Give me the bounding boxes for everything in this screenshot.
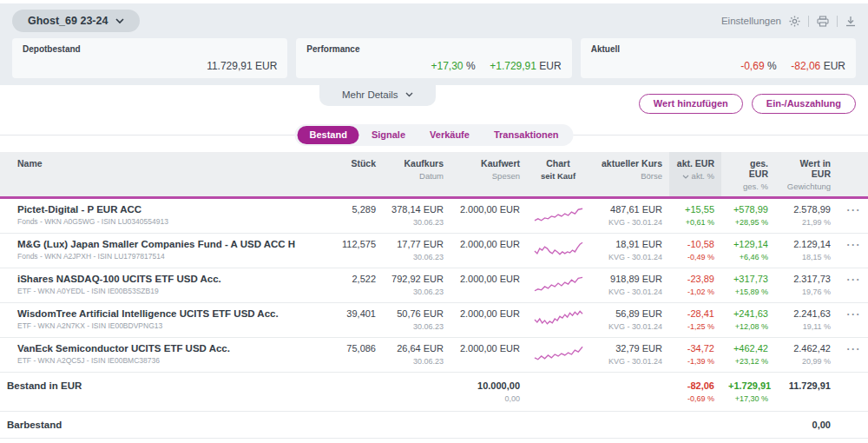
summary-wert-cell: 11.729,91: [775, 439, 838, 443]
aktueller-kurs-cell: 32,79 EURKVG - 30.01.24: [589, 338, 669, 373]
summary-wert-cell: 0,00: [775, 412, 838, 439]
portfolio-selector[interactable]: Ghost_69 23-24: [12, 10, 140, 32]
column-header-ges-eur[interactable]: ges. EURges. %: [721, 152, 775, 198]
row-menu-icon[interactable]: ···: [847, 239, 862, 251]
ges-eur-cell: +129,14+6,46 %: [721, 234, 775, 268]
aktueller-kurs-cell: 56,89 EURKVG - 30.01.24: [589, 303, 669, 338]
row-menu-icon[interactable]: ···: [847, 204, 862, 216]
card-performance: Performance +17,30 % +1.729,91 EUR: [296, 38, 571, 78]
security-name-link[interactable]: VanEck Semiconductor UCITS ETF USD Acc.: [17, 343, 322, 354]
stueck-cell: 2,522: [329, 268, 383, 303]
aktuell-value: -82,06: [791, 60, 820, 72]
card-value: 11.729,91 EUR: [23, 60, 277, 72]
akt-eur-cell: -23,89-1,02 %: [669, 268, 721, 303]
stueck-cell: 75,086: [329, 338, 383, 373]
kaufwert-cell: 2.000,00 EUR: [450, 303, 527, 338]
aktuell-pct: -0,69: [740, 60, 764, 72]
security-name-link[interactable]: WisdomTree Artificial Intelligence UCITS…: [17, 308, 322, 319]
table-row: iShares NASDAQ-100 UCITS ETF USD Acc. ET…: [0, 268, 868, 303]
ges-eur-cell: +462,42+23,12 %: [721, 338, 775, 373]
ges-eur-cell: +578,99+28,95 %: [721, 198, 775, 234]
portfolio-name: Ghost_69 23-24: [28, 15, 108, 27]
column-header-akt-eur[interactable]: akt. EURakt. %: [669, 152, 721, 198]
sparkline-chart: [534, 275, 584, 294]
sparkline-chart: [534, 206, 584, 225]
wert-cell: 2.462,4220,99 %: [775, 338, 838, 373]
tab-signale[interactable]: Signale: [359, 126, 418, 144]
card-label: Aktuell: [591, 44, 845, 54]
security-name-link[interactable]: M&G (Lux) Japan Smaller Companies Fund -…: [17, 239, 322, 249]
column-header-wert[interactable]: Wert in EURGewichtung: [775, 152, 838, 198]
card-depotbestand: Depotbestand 11.729,91 EUR: [12, 38, 287, 78]
column-header-aktueller-kurs[interactable]: aktueller KursBörse: [589, 152, 669, 198]
tabs-bar: Bestand Signale Verkäufe Transaktionen: [0, 124, 868, 145]
security-meta: Fonds - WKN A0G5WG - ISIN LU0340554913: [17, 217, 322, 226]
ges-eur-cell: +317,73+15,89 %: [721, 268, 775, 303]
table-row: VanEck Semiconductor UCITS ETF USD Acc. …: [0, 338, 868, 373]
sparkline-chart: [534, 345, 584, 364]
summary-kaufwert-cell: 10.000,000,00: [450, 373, 527, 412]
column-header-kaufwert[interactable]: KaufwertSpesen: [450, 152, 527, 198]
kaufkurs-cell: 17,77 EUR30.06.23: [383, 234, 450, 268]
performance-pct: +17,30: [431, 60, 464, 72]
card-value: -0,69 % -82,06 EUR: [591, 60, 845, 72]
chevron-down-icon: [405, 92, 413, 97]
akt-eur-cell: -28,41-1,25 %: [669, 303, 721, 338]
add-value-button[interactable]: Wert hinzufügen: [639, 94, 743, 114]
security-meta: Fonds - WKN A2JPXH - ISIN LU1797817514: [17, 252, 322, 261]
column-header-name[interactable]: Name: [0, 152, 329, 198]
performance-unit: EUR: [539, 60, 561, 72]
summary-label: Bestand in EUR: [7, 380, 82, 391]
more-details-button[interactable]: Mehr Details: [319, 85, 436, 106]
tab-transaktionen[interactable]: Transaktionen: [482, 126, 571, 144]
performance-pct-unit: %: [466, 60, 476, 72]
aktueller-kurs-cell: 18,91 EURKVG - 30.01.24: [589, 234, 669, 268]
gear-icon[interactable]: [789, 16, 800, 27]
separator: [837, 16, 838, 27]
card-aktuell: Aktuell -0,69 % -82,06 EUR: [581, 38, 856, 78]
deposit-withdrawal-button[interactable]: Ein-/Auszahlung: [752, 94, 856, 114]
akt-eur-cell: -10,58-0,49 %: [669, 234, 721, 268]
tab-verkaeufe[interactable]: Verkäufe: [418, 126, 482, 144]
summary-wert-cell: 11.729,91: [775, 373, 838, 412]
performance-value: +1.729,91: [490, 60, 536, 72]
summary-row-bestand: Bestand in EUR 10.000,000,00 -82,06-0,69…: [0, 373, 868, 412]
column-header-chart[interactable]: Chartseit Kauf: [527, 152, 589, 198]
tab-bestand[interactable]: Bestand: [298, 126, 359, 144]
tab-group: Bestand Signale Verkäufe Transaktionen: [295, 124, 574, 146]
download-icon[interactable]: [845, 16, 856, 27]
separator: [808, 16, 809, 27]
security-name-link[interactable]: iShares NASDAQ-100 UCITS ETF USD Acc.: [17, 274, 322, 284]
settings-label[interactable]: Einstellungen: [721, 16, 781, 26]
stueck-cell: 112,575: [329, 234, 383, 268]
printer-icon[interactable]: [817, 16, 829, 27]
security-name-link[interactable]: Pictet-Digital - P EUR ACC: [17, 204, 322, 215]
summary-ges-cell: +1.729,91: [721, 439, 775, 443]
stueck-cell: 39,401: [329, 303, 383, 338]
security-meta: ETF - WKN A0YEDL - ISIN IE00B53SZB19: [17, 287, 322, 295]
aktueller-kurs-cell: 487,61 EURKVG - 30.01.24: [589, 198, 669, 234]
akt-eur-cell: +15,55+0,61 %: [669, 198, 721, 234]
column-header-stueck[interactable]: Stück: [329, 152, 383, 198]
ges-eur-cell: +241,63+12,08 %: [721, 303, 775, 338]
aktueller-kurs-cell: 918,89 EURKVG - 30.01.24: [589, 268, 669, 303]
column-header-kaufkurs[interactable]: KaufkursDatum: [383, 152, 450, 198]
table-row: Pictet-Digital - P EUR ACC Fonds - WKN A…: [0, 198, 868, 234]
summary-ges-cell: +1.729,91+17,30 %: [721, 373, 775, 412]
summary-akt-cell: -82,06-0,69 %: [669, 373, 721, 412]
card-label: Depotbestand: [23, 44, 277, 54]
sort-chevron-icon: [682, 175, 689, 179]
row-menu-icon[interactable]: ···: [847, 308, 862, 321]
wert-cell: 2.241,6319,11 %: [775, 303, 838, 338]
kaufwert-cell: 2.000,00 EUR: [450, 198, 527, 234]
table-row: M&G (Lux) Japan Smaller Companies Fund -…: [0, 234, 868, 268]
summary-label: Barbestand: [7, 420, 62, 430]
row-menu-icon[interactable]: ···: [847, 274, 862, 286]
holdings-table: Name Stück KaufkursDatum KaufwertSpesen …: [0, 152, 868, 443]
kaufkurs-cell: 378,14 EUR30.06.23: [383, 198, 450, 234]
column-header-menu: [838, 152, 868, 198]
wert-cell: 2.129,1418,15 %: [775, 234, 838, 268]
kaufkurs-cell: 26,64 EUR30.06.23: [383, 338, 450, 373]
row-menu-icon[interactable]: ···: [847, 343, 862, 355]
wert-cell: 2.317,7319,76 %: [775, 268, 838, 303]
